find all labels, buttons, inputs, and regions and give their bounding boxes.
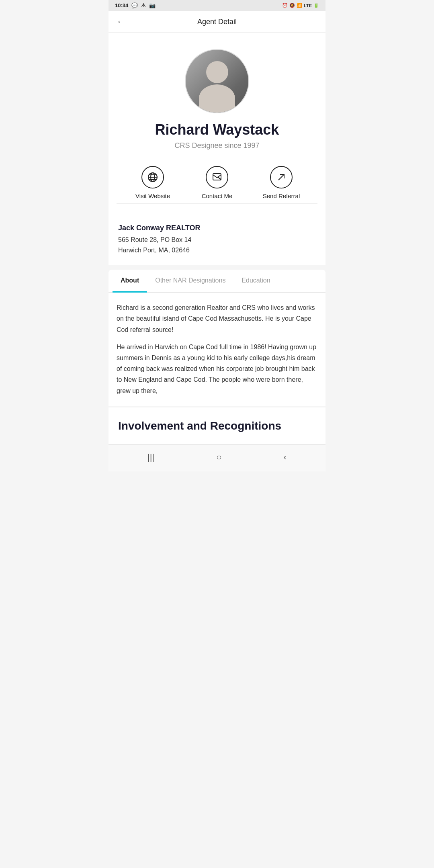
- contact-me-button[interactable]: Contact Me: [185, 166, 249, 199]
- address-line1: 565 Route 28, PO Box 14: [118, 235, 316, 245]
- send-referral-label: Send Referral: [263, 192, 300, 199]
- whatsapp-icon: 💬: [131, 2, 138, 8]
- status-right: ⏰ 🔕 📶 LTE 🔋: [282, 3, 319, 8]
- agent-name: Richard Waystack: [155, 121, 279, 138]
- contact-icon: [206, 166, 228, 188]
- battery-icon: 🔋: [313, 3, 319, 8]
- about-paragraph-2: He arrived in Harwich on Cape Cod full t…: [117, 342, 317, 396]
- contact-me-label: Contact Me: [202, 192, 233, 199]
- bottom-nav: ||| ○ ‹: [108, 444, 326, 471]
- actions-row: Visit Website Contact Me Send Referral: [117, 154, 317, 204]
- tab-other-nar[interactable]: Other NAR Designations: [147, 270, 233, 292]
- about-paragraph-1: Richard is a second generation Realtor a…: [117, 302, 317, 335]
- tabs-container: About Other NAR Designations Education R…: [108, 270, 326, 406]
- address-section: Jack Conway REALTOR 565 Route 28, PO Box…: [108, 216, 326, 265]
- back-nav-button[interactable]: ‹: [276, 450, 295, 464]
- home-button[interactable]: ○: [208, 450, 229, 464]
- about-text: Richard is a second generation Realtor a…: [117, 302, 317, 396]
- status-left: 10:34 💬 ⚠ 📷: [115, 2, 156, 8]
- page-title: Agent Detail: [132, 18, 302, 26]
- website-icon: [141, 166, 164, 188]
- address-line2: Harwich Port, MA, 02646: [118, 245, 316, 256]
- avatar-image: [186, 50, 248, 113]
- screenshot-icon: 📷: [149, 2, 156, 8]
- status-bar: 10:34 💬 ⚠ 📷 ⏰ 🔕 📶 LTE 🔋: [108, 0, 326, 11]
- back-button[interactable]: ←: [117, 16, 125, 27]
- tab-about[interactable]: About: [113, 270, 147, 293]
- signal-icon: 📶: [297, 3, 302, 8]
- involvement-title: Involvement and Recognitions: [118, 420, 316, 432]
- lte-label: LTE: [304, 3, 312, 8]
- visit-website-label: Visit Website: [135, 192, 170, 199]
- header: ← Agent Detail: [108, 11, 326, 33]
- recent-apps-button[interactable]: |||: [139, 450, 162, 464]
- agent-designation: CRS Designee since 1997: [174, 141, 259, 150]
- mute-icon: 🔕: [289, 3, 295, 8]
- tab-content-about: Richard is a second generation Realtor a…: [108, 293, 326, 406]
- time-display: 10:34: [115, 2, 128, 8]
- profile-section: Richard Waystack CRS Designee since 1997…: [108, 33, 326, 216]
- visit-website-button[interactable]: Visit Website: [121, 166, 185, 199]
- tab-education[interactable]: Education: [233, 270, 278, 292]
- avatar: [185, 49, 249, 113]
- referral-icon: [270, 166, 293, 188]
- involvement-section: Involvement and Recognitions: [108, 407, 326, 444]
- tabs-header: About Other NAR Designations Education: [108, 270, 326, 293]
- send-referral-button[interactable]: Send Referral: [249, 166, 313, 199]
- company-name: Jack Conway REALTOR: [118, 224, 316, 232]
- alert-icon: ⚠: [141, 2, 146, 8]
- alarm-icon: ⏰: [282, 3, 288, 8]
